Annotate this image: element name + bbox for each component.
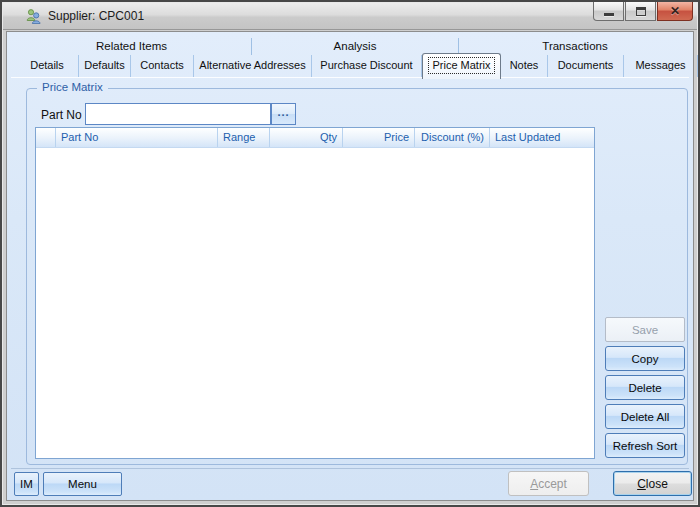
delete-button[interactable]: Delete [605, 375, 685, 400]
part-no-input[interactable] [85, 103, 271, 125]
minimize-icon [604, 13, 614, 16]
supplier-window: Supplier: CPC001 ✕ Related Items Analysi… [0, 0, 700, 507]
close-button[interactable]: Close [613, 471, 692, 496]
delete-all-button[interactable]: Delete All [605, 404, 685, 429]
grid-body[interactable] [36, 148, 594, 458]
close-icon: ✕ [670, 4, 680, 18]
price-matrix-groupbox: Price Matrix Part No ... Part No Range Q… [26, 88, 688, 465]
maximize-button[interactable] [625, 2, 656, 21]
window-title: Supplier: CPC001 [48, 9, 144, 23]
accept-button[interactable]: Accept [508, 471, 589, 496]
accept-mnemonic: A [530, 477, 538, 491]
save-button[interactable]: Save [605, 317, 685, 342]
tab-documents[interactable]: Documents [548, 55, 624, 77]
grid-col-part-no[interactable]: Part No [56, 128, 218, 147]
close-rest: lose [646, 477, 668, 491]
grid-header: Part No Range Qty Price Discount (%) Las… [36, 128, 594, 148]
maximize-icon [636, 7, 646, 16]
tab-defaults[interactable]: Defaults [79, 55, 131, 77]
tab-price-matrix[interactable]: Price Matrix [422, 53, 501, 79]
part-no-browse-button[interactable]: ... [271, 103, 296, 125]
close-mnemonic: C [637, 477, 646, 491]
copy-button[interactable]: Copy [605, 346, 685, 371]
tab-notes[interactable]: Notes [501, 55, 548, 77]
accept-rest: ccept [538, 477, 567, 491]
tab-related-items[interactable]: Related Items [12, 38, 252, 55]
part-no-label: Part No [41, 108, 82, 122]
im-button[interactable]: IM [14, 472, 39, 496]
price-matrix-grid[interactable]: Part No Range Qty Price Discount (%) Las… [35, 127, 595, 459]
price-matrix-tab-page: Price Matrix Part No ... Part No Range Q… [11, 77, 689, 469]
grid-col-range[interactable]: Range [218, 128, 270, 147]
close-window-button[interactable]: ✕ [657, 2, 693, 21]
refresh-sort-button[interactable]: Refresh Sort [605, 433, 685, 458]
caption-buttons: ✕ [592, 2, 693, 21]
grid-col-selector[interactable] [36, 128, 56, 147]
tab-purchase-discount[interactable]: Purchase Discount [312, 55, 422, 77]
tab-contacts[interactable]: Contacts [131, 55, 194, 77]
client-area: Related Items Analysis Transactions Deta… [6, 31, 694, 501]
grid-col-qty[interactable]: Qty [270, 128, 343, 147]
supplier-people-icon [25, 8, 42, 24]
tab-price-matrix-label: Price Matrix [429, 58, 493, 73]
tab-strip-top: Related Items Analysis Transactions [12, 38, 691, 55]
tab-strip-main: Details Defaults Contacts Alternative Ad… [16, 55, 698, 77]
tab-alternative-addresses[interactable]: Alternative Addresses [194, 55, 312, 77]
grid-col-last-updated[interactable]: Last Updated [490, 128, 594, 147]
tab-messages[interactable]: Messages [624, 55, 698, 77]
tab-details[interactable]: Details [16, 55, 79, 77]
grid-col-price[interactable]: Price [343, 128, 415, 147]
grid-col-discount[interactable]: Discount (%) [415, 128, 490, 147]
groupbox-label: Price Matrix [37, 81, 108, 93]
menu-button[interactable]: Menu [43, 472, 122, 496]
minimize-button[interactable] [593, 2, 624, 21]
